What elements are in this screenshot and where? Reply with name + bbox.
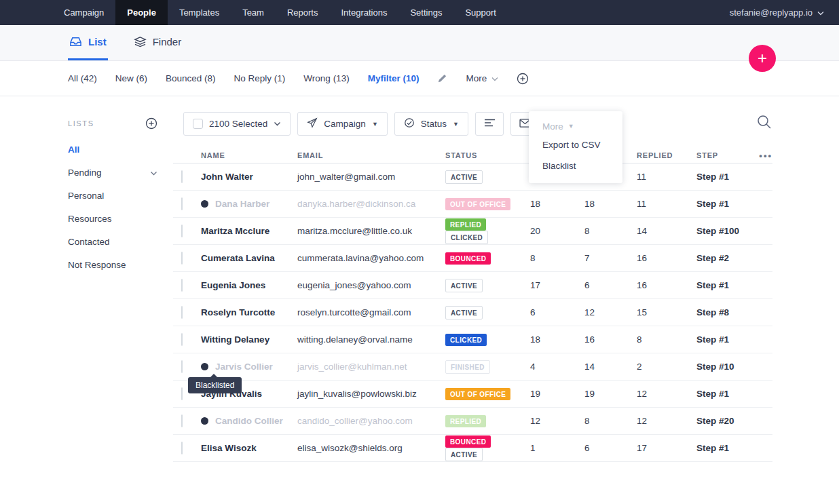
sidebar-item-resources[interactable]: Resources xyxy=(68,208,157,231)
table-row[interactable]: Roselyn Turcotte roselyn.turcotte@gmail.… xyxy=(173,299,772,326)
filter-more-dropdown[interactable]: More xyxy=(466,73,498,83)
row-checkbox[interactable] xyxy=(181,360,183,373)
status-badge: ACTIVE xyxy=(445,448,483,461)
table-row[interactable]: Candido Collier candido_collier@yahoo.co… xyxy=(173,408,772,435)
header-step[interactable]: STEP xyxy=(696,151,751,159)
contact-name: Jarvis Collier xyxy=(215,362,273,372)
replied-count: 14 xyxy=(637,226,696,236)
status-badge: REPLIED xyxy=(445,218,486,231)
selection-dropdown[interactable]: 2100 Selected xyxy=(183,112,291,136)
sidebar-item-pending[interactable]: Pending xyxy=(68,161,157,185)
filter-new[interactable]: New (6) xyxy=(115,73,147,83)
campaign-button-label: Campaign xyxy=(324,119,366,129)
opened-count: 7 xyxy=(584,253,637,263)
table-row[interactable]: Elisa Wisozk elisa_wisozk@shields.org BO… xyxy=(173,435,772,462)
replied-count: 17 xyxy=(637,443,696,453)
step-label: Step #1 xyxy=(696,280,751,290)
add-list-icon[interactable] xyxy=(145,117,157,130)
row-checkbox[interactable] xyxy=(181,333,183,346)
filter-wrong[interactable]: Wrong (13) xyxy=(303,73,349,83)
nav-item-settings[interactable]: Settings xyxy=(398,0,453,25)
status-badges: FINISHED xyxy=(445,360,530,374)
header-replied[interactable]: REPLIED xyxy=(637,151,696,159)
tab-finder[interactable]: Finder xyxy=(132,25,183,60)
text-lines-icon xyxy=(484,118,496,130)
table-row[interactable]: Cumerata Lavina cummerata.lavina@yahoo.c… xyxy=(173,245,772,272)
account-menu[interactable]: stefanie@replyapp.io xyxy=(730,0,824,25)
menu-item-export-csv[interactable]: Export to CSV xyxy=(542,134,622,155)
row-checkbox[interactable] xyxy=(181,387,183,400)
nav-item-integrations[interactable]: Integrations xyxy=(329,0,398,25)
row-checkbox[interactable] xyxy=(181,170,183,183)
table-row[interactable]: Eugenia Jones eugenia_jones@yahoo.com AC… xyxy=(173,272,772,299)
nav-item-support[interactable]: Support xyxy=(453,0,508,25)
sidebar-item-label: All xyxy=(68,138,79,161)
search-button[interactable] xyxy=(756,114,772,132)
campaign-dropdown-button[interactable]: Campaign ▼ xyxy=(297,112,387,136)
sidebar-item-all[interactable]: All xyxy=(68,138,157,161)
notes-button[interactable] xyxy=(475,112,504,136)
contact-name: John Walter xyxy=(201,172,253,182)
blacklisted-dot-icon xyxy=(201,363,208,370)
chevron-down-icon xyxy=(491,73,498,83)
table-row[interactable]: Maritza Mcclure maritza.mcclure@little.c… xyxy=(173,218,772,245)
row-checkbox[interactable] xyxy=(181,414,183,427)
table-row[interactable]: Witting Delaney witting.delaney@orval.na… xyxy=(173,326,772,353)
replied-count: 12 xyxy=(637,389,696,399)
nav-item-campaign[interactable]: Campaign xyxy=(52,0,115,25)
row-checkbox[interactable] xyxy=(181,252,183,265)
table-row[interactable]: Jarvis Collier jarvis_collier@kuhlman.ne… xyxy=(173,353,772,381)
status-badges: CLICKED xyxy=(445,333,530,346)
column-settings-icon[interactable]: ••• xyxy=(751,151,772,161)
table-header-row: NAME EMAIL STATUS DELIVERED OPENED REPLI… xyxy=(173,148,772,163)
nav-item-reports[interactable]: Reports xyxy=(276,0,330,25)
contact-name: Roselyn Turcotte xyxy=(201,307,275,317)
row-checkbox[interactable] xyxy=(181,279,183,292)
status-dropdown-button[interactable]: Status ▼ xyxy=(394,112,468,136)
step-label: Step #1 xyxy=(696,334,751,345)
status-badge: BOUNCED xyxy=(445,435,491,448)
tab-list[interactable]: List xyxy=(68,25,108,60)
contact-name: Maritza Mcclure xyxy=(201,226,269,236)
header-name[interactable]: NAME xyxy=(201,151,297,159)
add-filter-icon[interactable] xyxy=(517,73,529,85)
filter-myfilter[interactable]: Myfilter (10) xyxy=(368,73,420,83)
contact-email: eugenia_jones@yahoo.com xyxy=(297,280,445,290)
tab-finder-label: Finder xyxy=(153,36,182,47)
table-row[interactable]: Jaylin Kuvalis jaylin_kuvalis@powlowski.… xyxy=(173,381,772,408)
filter-all[interactable]: All (42) xyxy=(68,73,97,83)
add-contact-button[interactable]: + xyxy=(749,45,776,72)
blacklisted-dot-icon xyxy=(201,417,208,425)
blacklisted-tooltip: Blacklisted xyxy=(188,377,242,393)
sidebar-item-contacted[interactable]: Contacted xyxy=(68,231,157,254)
replied-count: 16 xyxy=(637,280,696,290)
filter-bounced[interactable]: Bounced (8) xyxy=(166,73,216,83)
step-label: Step #1 xyxy=(696,389,751,399)
sidebar-item-personal[interactable]: Personal xyxy=(68,185,157,208)
more-dropdown-trigger[interactable]: More ▼ xyxy=(542,118,622,134)
select-all-checkbox[interactable] xyxy=(193,119,203,129)
menu-item-blacklist[interactable]: Blacklist xyxy=(542,155,622,176)
step-label: Step #20 xyxy=(696,416,751,426)
row-checkbox[interactable] xyxy=(181,197,183,210)
delivered-count: 4 xyxy=(530,362,584,372)
nav-item-templates[interactable]: Templates xyxy=(168,0,231,25)
opened-count: 6 xyxy=(584,443,637,453)
row-checkbox[interactable] xyxy=(181,225,183,237)
row-checkbox[interactable] xyxy=(181,442,183,454)
header-status[interactable]: STATUS xyxy=(445,151,530,159)
filter-no-reply[interactable]: No Reply (1) xyxy=(234,73,286,83)
table-row[interactable]: John Walter john_walter@gmail.com ACTIVE… xyxy=(173,163,772,191)
contact-email: roselyn.turcotte@gmail.com xyxy=(297,307,445,317)
nav-item-team[interactable]: Team xyxy=(231,0,276,25)
status-badge: ACTIVE xyxy=(445,279,483,292)
chevron-down-icon[interactable] xyxy=(150,161,157,185)
table-row[interactable]: Dana Harber danyka.harber@dickinson.ca O… xyxy=(173,191,772,218)
header-email[interactable]: EMAIL xyxy=(297,151,445,159)
edit-filter-pencil-icon[interactable] xyxy=(437,73,447,83)
sidebar-item-not-response[interactable]: Not Response xyxy=(68,254,157,277)
row-checkbox[interactable] xyxy=(181,306,183,319)
nav-item-people[interactable]: People xyxy=(115,0,168,25)
tab-list-label: List xyxy=(88,36,107,47)
lists: AllPendingPersonalResourcesContactedNot … xyxy=(68,138,157,277)
